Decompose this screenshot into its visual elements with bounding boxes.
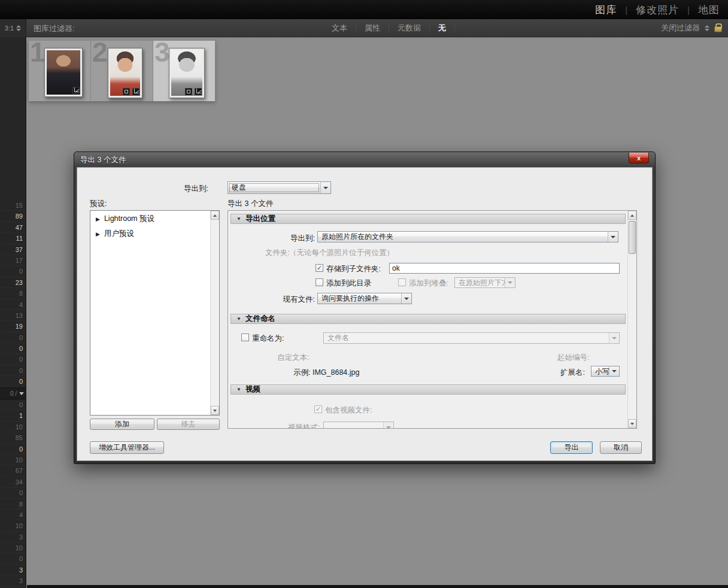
grid-cell-1[interactable]: 1 (29, 41, 91, 101)
filter-tab-none[interactable]: 无 (429, 23, 455, 33)
sidebar-count-row[interactable]: 10 (0, 422, 26, 432)
sidebar-count-row[interactable]: 3 (0, 575, 26, 586)
sidebar-count-row[interactable]: 4 (0, 510, 26, 520)
add-to-catalog-checkbox[interactable] (316, 278, 323, 286)
sidebar-count-row[interactable]: 85 (0, 432, 26, 443)
scroll-down-button[interactable] (211, 406, 219, 415)
crop-badge-icon[interactable] (185, 88, 192, 95)
dropdown-button[interactable] (401, 293, 411, 304)
sidebar-count-row[interactable]: 3 (0, 532, 26, 542)
stack-position-dropdown[interactable]: 在原始照片下方 (454, 277, 515, 288)
section-header-file-naming[interactable]: ▼ 文件命名 (230, 314, 626, 324)
sidebar-count-row[interactable]: 89 (0, 211, 26, 222)
ratio-spinner-icon[interactable] (16, 25, 21, 31)
filter-lock-icon[interactable] (714, 26, 722, 32)
sidebar-count-row[interactable]: 47 (0, 222, 26, 233)
presets-scrollbar[interactable] (210, 211, 219, 415)
sidebar-count-row[interactable]: 0 (0, 266, 26, 277)
rename-template-dropdown[interactable]: 文件名 (323, 332, 620, 344)
sidebar-count-row[interactable]: 10 (0, 454, 26, 465)
sidebar-count-row[interactable]: 37 (0, 244, 26, 255)
dialog-title-bar[interactable]: 导出 3 个文件 x (74, 152, 655, 167)
module-map[interactable]: 地图 (698, 3, 720, 17)
sidebar-count-row[interactable]: 11 (0, 233, 26, 244)
sidebar-count-row[interactable]: 19 (0, 321, 26, 332)
rename-checkbox[interactable] (241, 334, 249, 341)
existing-files-dropdown[interactable]: 询问要执行的操作 (317, 293, 412, 304)
sidebar-count-row[interactable]: 8 (0, 288, 26, 299)
sidebar-count-row[interactable]: 13 (0, 310, 26, 321)
sidebar-count-row[interactable]: 17 (0, 255, 26, 266)
adjustment-badge-icon[interactable] (195, 88, 202, 95)
filter-tab-text[interactable]: 文本 (323, 23, 356, 33)
extension-case-dropdown[interactable]: 小写 (591, 366, 620, 377)
sidebar-count-row[interactable]: 1 (0, 410, 26, 421)
module-library[interactable]: 图库 (595, 3, 617, 17)
export-button[interactable]: 导出 (550, 441, 593, 454)
remove-preset-button[interactable]: 移去 (157, 419, 220, 430)
crop-badge-icon[interactable] (123, 88, 130, 95)
scroll-down-button[interactable] (628, 419, 636, 428)
close-icon: x (637, 154, 641, 162)
sidebar-sort-row[interactable]: 0 / (0, 387, 26, 399)
thumbnail-ratio-control[interactable]: 3:1 (0, 19, 26, 37)
settings-scrollbar[interactable] (627, 211, 636, 428)
close-button[interactable]: x (629, 153, 649, 163)
grid-cell-2[interactable]: 2 (91, 41, 153, 101)
sidebar-count-row[interactable]: 0 (0, 487, 26, 498)
preset-item-user[interactable]: ▶ 用户预设 (90, 226, 219, 241)
sidebar-count-row[interactable]: 10 (0, 542, 26, 553)
add-preset-button[interactable]: 添加 (90, 419, 154, 430)
cancel-button[interactable]: 取消 (600, 441, 642, 454)
video-format-dropdown[interactable] (323, 422, 394, 429)
export-destination-dropdown[interactable]: 硬盘 (228, 181, 331, 194)
grid-cell-3-selected[interactable]: 3 (153, 41, 216, 101)
sidebar-count-row[interactable]: 0 (0, 343, 26, 354)
preset-item-lightroom[interactable]: ▶ Lightroom 预设 (90, 211, 219, 226)
photo-thumbnail-3[interactable] (169, 48, 205, 98)
sidebar-count-row[interactable]: 0 (0, 399, 26, 410)
section-header-video[interactable]: ▼ 视频 (230, 384, 626, 395)
subfolder-checkbox[interactable]: ✓ (316, 264, 323, 272)
sidebar-count-row[interactable]: 23 (0, 277, 26, 288)
custom-filter-spinner-icon[interactable] (705, 25, 709, 31)
adjustment-badge-icon[interactable] (132, 88, 139, 95)
sidebar-count-row[interactable]: 10 (0, 520, 26, 531)
sidebar-count-row[interactable]: 34 (0, 477, 26, 487)
photo-thumbnail-1[interactable] (44, 48, 83, 97)
sidebar-count-row[interactable]: 3 (0, 565, 26, 575)
sidebar-count-row[interactable]: 0 (0, 365, 26, 376)
section-title: 导出位置 (245, 214, 275, 224)
scrollbar-thumb[interactable] (629, 221, 636, 254)
sidebar-count-row[interactable]: 8 (0, 499, 26, 510)
include-video-checkbox[interactable]: ✓ (314, 405, 322, 413)
scroll-up-button[interactable] (211, 211, 219, 220)
sidebar-count-row[interactable]: 0 (0, 332, 26, 343)
include-video-label: 包含视频文件: (325, 405, 372, 416)
dropdown-button[interactable] (608, 232, 618, 242)
dropdown-button[interactable] (320, 182, 330, 193)
start-number-label: 起始编号: (557, 353, 589, 363)
sidebar-count-row[interactable]: 4 (0, 299, 26, 310)
scroll-up-button[interactable] (628, 211, 636, 220)
custom-filter-select[interactable]: 关闭过滤器 (661, 23, 700, 34)
dropdown-button[interactable] (609, 366, 619, 376)
sidebar-count-row[interactable]: 0 (0, 444, 26, 454)
add-to-stack-checkbox[interactable] (398, 278, 406, 286)
photo-thumbnail-2[interactable] (108, 48, 142, 98)
subfolder-name-input[interactable] (389, 263, 620, 274)
sidebar-count-row[interactable]: 15 (0, 200, 26, 211)
lightroom-app: 图库 | 修改照片 | 地图 3:1 图库过滤器: 文本 属性 元数据 无 关闭… (0, 0, 728, 588)
sidebar-count-row[interactable]: 67 (0, 465, 26, 476)
export-location-dropdown[interactable]: 原始照片所在的文件夹 (317, 231, 618, 243)
section-header-export-location[interactable]: ▼ 导出位置 (230, 214, 626, 224)
module-develop[interactable]: 修改照片 (636, 3, 679, 17)
plugin-manager-button[interactable]: 增效工具管理器... (90, 441, 164, 454)
sidebar-count-row[interactable]: 0 (0, 553, 26, 564)
filter-tab-metadata[interactable]: 元数据 (389, 23, 429, 33)
cell-index-label: 1 (30, 36, 46, 68)
filter-tab-attribute[interactable]: 属性 (356, 23, 389, 33)
sidebar-count-row[interactable]: 0 (0, 354, 26, 365)
sidebar-count-row[interactable]: 0 (0, 376, 26, 387)
adjustment-badge-icon[interactable] (72, 87, 80, 94)
